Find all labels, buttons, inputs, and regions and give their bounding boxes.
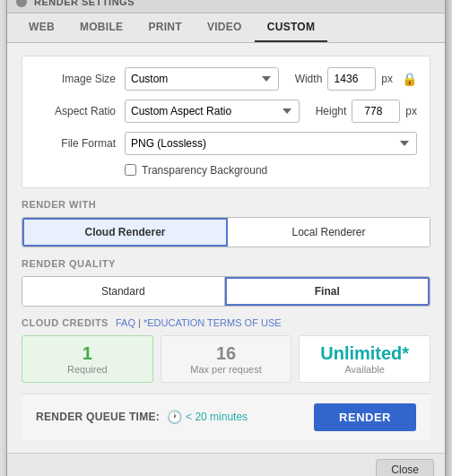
max-credits-label: Max per request xyxy=(165,364,288,375)
height-inputs: Height px xyxy=(316,100,417,123)
height-label: Height xyxy=(316,105,347,117)
final-quality-button[interactable]: Final xyxy=(225,277,430,306)
tab-video[interactable]: VIDEO xyxy=(195,13,255,42)
required-credits-label: Required xyxy=(26,364,149,375)
footer-bar: RENDER QUEUE TIME: 🕐 < 20 minutes RENDER xyxy=(22,394,430,440)
tab-mobile[interactable]: MOBILE xyxy=(67,13,135,42)
close-button[interactable]: Close xyxy=(376,459,434,477)
aspect-ratio-select[interactable]: Custom Aspect Ratio xyxy=(125,100,300,123)
image-size-select-wrapper: Custom xyxy=(125,67,279,91)
file-format-select[interactable]: PNG (Lossless) xyxy=(125,132,417,155)
terms-link[interactable]: *EDUCATION TERMS OF USE xyxy=(143,317,282,328)
height-px-label: px xyxy=(405,105,417,117)
tab-web[interactable]: WEB xyxy=(16,13,67,42)
width-label: Width xyxy=(295,73,323,85)
available-credits-box: Unlimited* Available xyxy=(299,335,430,383)
title-bar: RENDER SETTINGS xyxy=(7,0,445,13)
required-credits-value: 1 xyxy=(26,343,149,364)
render-with-label: RENDER WITH xyxy=(22,199,430,210)
lock-icon[interactable]: 🔒 xyxy=(402,72,417,86)
aspect-ratio-row: Aspect Ratio Custom Aspect Ratio Height … xyxy=(35,100,417,123)
faq-link[interactable]: FAQ xyxy=(116,317,135,328)
local-renderer-button[interactable]: Local Renderer xyxy=(228,218,430,247)
window-icon xyxy=(16,0,27,7)
credits-grid: 1 Required 16 Max per request Unlimited*… xyxy=(22,335,430,383)
aspect-ratio-label: Aspect Ratio xyxy=(35,105,116,117)
cloud-renderer-button[interactable]: Cloud Renderer xyxy=(22,218,228,247)
transparency-label: Transparency Background xyxy=(142,164,267,177)
height-input[interactable] xyxy=(352,100,400,123)
clock-icon: 🕐 xyxy=(167,410,182,424)
available-credits-label: Available xyxy=(303,364,426,375)
image-size-row: Image Size Custom Width px 🔒 xyxy=(35,67,417,91)
render-with-section: RENDER WITH Cloud Renderer Local Rendere… xyxy=(22,199,430,247)
bottom-bar: Close xyxy=(7,453,445,477)
file-format-label: File Format xyxy=(35,137,116,150)
title-bar-text: RENDER SETTINGS xyxy=(34,0,135,7)
required-credits-box: 1 Required xyxy=(22,335,153,383)
transparency-checkbox[interactable] xyxy=(125,164,136,176)
render-quality-section: RENDER QUALITY Standard Final xyxy=(22,258,430,307)
queue-time: < 20 minutes xyxy=(186,411,248,423)
quality-buttons: Standard Final xyxy=(22,276,430,307)
file-format-row: File Format PNG (Lossless) xyxy=(35,132,417,155)
available-credits-value: Unlimited* xyxy=(303,343,426,364)
image-size-select[interactable]: Custom xyxy=(125,67,279,91)
standard-quality-button[interactable]: Standard xyxy=(22,277,225,306)
cloud-credits-label: CLOUD CREDITS xyxy=(22,317,109,328)
renderer-buttons: Cloud Renderer Local Renderer xyxy=(22,217,430,247)
width-inputs: Width px 🔒 xyxy=(295,67,417,91)
cloud-credits-header: CLOUD CREDITS FAQ | *EDUCATION TERMS OF … xyxy=(22,317,430,328)
render-quality-label: RENDER QUALITY xyxy=(22,258,430,269)
aspect-ratio-select-wrapper: Custom Aspect Ratio xyxy=(125,100,300,123)
main-content: Image Size Custom Width px 🔒 Aspect Rati… xyxy=(7,43,445,453)
tab-custom[interactable]: CUSTOM xyxy=(255,13,328,42)
tabs-bar: WEB MOBILE PRINT VIDEO CUSTOM xyxy=(7,13,445,43)
queue-label: RENDER QUEUE TIME: xyxy=(36,411,160,423)
image-size-label: Image Size xyxy=(35,73,116,85)
max-credits-value: 16 xyxy=(165,343,288,364)
width-px-label: px xyxy=(381,73,393,85)
settings-form: Image Size Custom Width px 🔒 Aspect Rati… xyxy=(22,56,430,188)
pipe-separator: | xyxy=(138,317,141,328)
max-credits-box: 16 Max per request xyxy=(161,335,292,383)
cloud-credits-links: FAQ | *EDUCATION TERMS OF USE xyxy=(116,317,282,328)
transparency-row: Transparency Background xyxy=(125,164,417,177)
render-settings-window: RENDER SETTINGS WEB MOBILE PRINT VIDEO C… xyxy=(6,0,446,476)
tab-print[interactable]: PRINT xyxy=(135,13,195,42)
cloud-credits-section: CLOUD CREDITS FAQ | *EDUCATION TERMS OF … xyxy=(22,317,430,383)
render-button[interactable]: RENDER xyxy=(314,403,416,431)
file-format-select-wrapper: PNG (Lossless) xyxy=(125,132,417,155)
width-input[interactable] xyxy=(327,67,376,91)
